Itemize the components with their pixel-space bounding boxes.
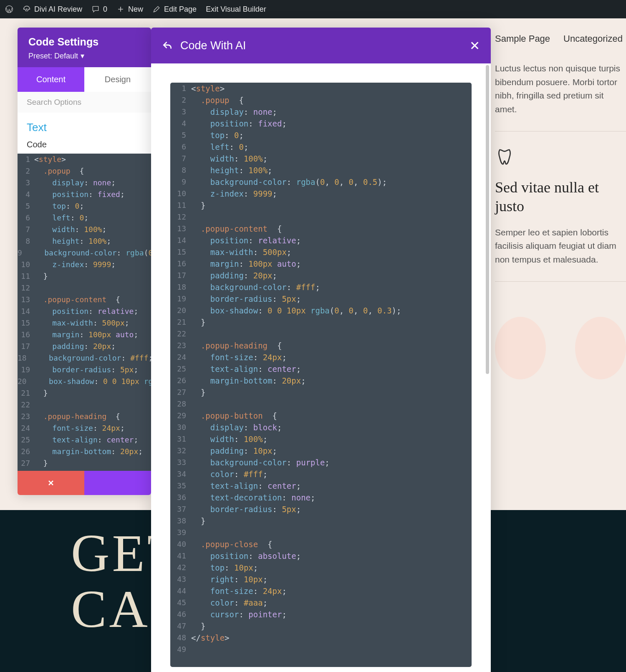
wp-admin-bar: Divi AI Review 0 New Edit Page Exit Visu…: [0, 0, 626, 18]
image-circles: [495, 317, 626, 379]
blurb-1: Luctus lectus non quisque turpis bibendu…: [495, 62, 626, 131]
code-line: 6 left: 0;: [18, 212, 151, 224]
code-line: 15 max-width: 500px;: [170, 246, 472, 258]
code-line: 23 .popup-heading {: [170, 340, 472, 351]
code-line: 27 }: [170, 387, 472, 398]
code-line: 22: [18, 399, 151, 411]
image-circle: [575, 317, 626, 379]
code-line: 22: [170, 328, 472, 340]
site-title-link[interactable]: Divi AI Review: [23, 5, 82, 14]
code-line: 18 background-color: #fff;: [18, 352, 151, 364]
code-line: 12: [18, 282, 151, 294]
code-line: 41 position: absolute;: [170, 550, 472, 562]
code-line: 46 cursor: pointer;: [170, 609, 472, 620]
nav-uncategorized[interactable]: Uncategorized: [563, 32, 623, 46]
code-line: 39: [170, 527, 472, 538]
code-line: 17 padding: 20px;: [18, 341, 151, 352]
exit-visual-builder-link[interactable]: Exit Visual Builder: [206, 5, 266, 14]
comments-count: 0: [103, 5, 107, 14]
back-arrow-icon[interactable]: [162, 40, 173, 51]
code-line: 21 }: [170, 316, 472, 328]
blurb-1-text: Luctus lectus non quisque turpis bibendu…: [495, 62, 626, 116]
code-line: 38 }: [170, 515, 472, 527]
code-line: 10 z-index: 9999;: [170, 188, 472, 200]
preset-dropdown[interactable]: Preset: Default ▾: [28, 51, 140, 61]
code-line: 3 display: none;: [18, 177, 151, 189]
comment-icon: [91, 5, 100, 13]
edit-page-label: Edit Page: [164, 5, 197, 14]
code-line: 5 top: 0;: [170, 129, 472, 141]
code-line: 6 left: 0;: [170, 141, 472, 153]
search-options-input[interactable]: Search Options: [18, 92, 151, 113]
code-line: 21 }: [18, 387, 151, 399]
blurb-2-title: Sed vitae nulla et justo: [495, 178, 626, 216]
code-line: 28: [170, 398, 472, 410]
code-line: 27 }: [18, 457, 151, 469]
save-button[interactable]: [84, 471, 151, 495]
code-with-ai-modal: Code With AI ✕ 1<style>2 .popup {3 displ…: [151, 28, 491, 672]
code-line: 5 top: 0;: [18, 200, 151, 212]
code-line: 12: [170, 211, 472, 223]
code-line: 16 margin: 100px auto;: [18, 329, 151, 341]
code-line: 37 border-radius: 5px;: [170, 503, 472, 515]
code-line: 35 text-align: center;: [170, 480, 472, 492]
code-line: 19 border-radius: 5px;: [18, 364, 151, 376]
nav-sample-page[interactable]: Sample Page: [495, 32, 550, 46]
cancel-button[interactable]: [18, 471, 84, 495]
right-sidebar-content: Sample Page Uncategorized Luctus lectus …: [492, 32, 626, 379]
code-line: 29 .popup-button {: [170, 410, 472, 422]
ai-modal-body: 1<style>2 .popup {3 display: none;4 posi…: [151, 63, 491, 672]
scrollbar-thumb[interactable]: [486, 65, 489, 374]
code-line: 11 }: [170, 200, 472, 211]
code-line: 3 display: none;: [170, 106, 472, 118]
exit-vb-label: Exit Visual Builder: [206, 5, 266, 14]
code-line: 4 position: fixed;: [18, 189, 151, 200]
code-line: 19 border-radius: 5px;: [170, 293, 472, 305]
code-line: 40 .popup-close {: [170, 538, 472, 550]
code-line: 26 margin-bottom: 20px;: [170, 375, 472, 387]
tab-content[interactable]: Content: [18, 67, 84, 92]
code-line: 13 .popup-content {: [18, 294, 151, 306]
pencil-icon: [152, 5, 161, 13]
ai-code-editor[interactable]: 1<style>2 .popup {3 display: none;4 posi…: [170, 83, 472, 667]
section-text[interactable]: Text: [18, 113, 151, 137]
code-line: 31 width: 100%;: [170, 433, 472, 445]
ai-modal-title: Code With AI: [180, 39, 462, 52]
code-line: 16 margin: 100px auto;: [170, 258, 472, 270]
blurb-2: Sed vitae nulla et justo Semper leo et s…: [495, 147, 626, 282]
code-line: 48</style>: [170, 632, 472, 644]
field-code-label: Code: [18, 137, 151, 154]
code-line: 18 background-color: #fff;: [170, 281, 472, 293]
panel-code-editor[interactable]: 1<style>2 .popup {3 display: none;4 posi…: [18, 154, 151, 471]
code-line: 17 padding: 20px;: [170, 270, 472, 281]
new-label: New: [128, 5, 143, 14]
plus-icon: [116, 5, 125, 13]
scrollbar-track[interactable]: [486, 63, 489, 672]
code-line: 2 .popup {: [170, 94, 472, 106]
code-line: 7 width: 100%;: [170, 153, 472, 164]
edit-page-link[interactable]: Edit Page: [152, 5, 197, 14]
code-line: 2 .popup {: [18, 165, 151, 177]
code-line: 36 text-decoration: none;: [170, 492, 472, 503]
code-line: 8 height: 100%;: [18, 235, 151, 247]
preset-label: Preset: Default: [28, 52, 78, 61]
code-line: 9 background-color: rgba(0, 0, 0, 0.5);: [18, 247, 151, 259]
comments-link[interactable]: 0: [91, 5, 107, 14]
code-line: 8 height: 100%;: [170, 164, 472, 176]
code-line: 1<style>: [170, 83, 472, 94]
wp-logo-icon[interactable]: [5, 5, 13, 13]
code-line: 13 .popup-content {: [170, 223, 472, 235]
code-line: 44 font-size: 24px;: [170, 585, 472, 597]
panel-footer: [18, 471, 151, 495]
code-line: 7 width: 100%;: [18, 224, 151, 235]
code-settings-panel: Code Settings Preset: Default ▾ Content …: [18, 28, 151, 495]
close-button[interactable]: ✕: [470, 38, 480, 53]
new-content-link[interactable]: New: [116, 5, 143, 14]
code-line: 43 right: 10px;: [170, 573, 472, 585]
site-title-text: Divi AI Review: [34, 5, 82, 14]
code-line: 30 display: block;: [170, 422, 472, 433]
code-line: 1<style>: [18, 154, 151, 165]
ai-modal-header: Code With AI ✕: [151, 28, 491, 63]
tab-design[interactable]: Design: [84, 67, 151, 92]
code-line: 34 color: #fff;: [170, 468, 472, 480]
